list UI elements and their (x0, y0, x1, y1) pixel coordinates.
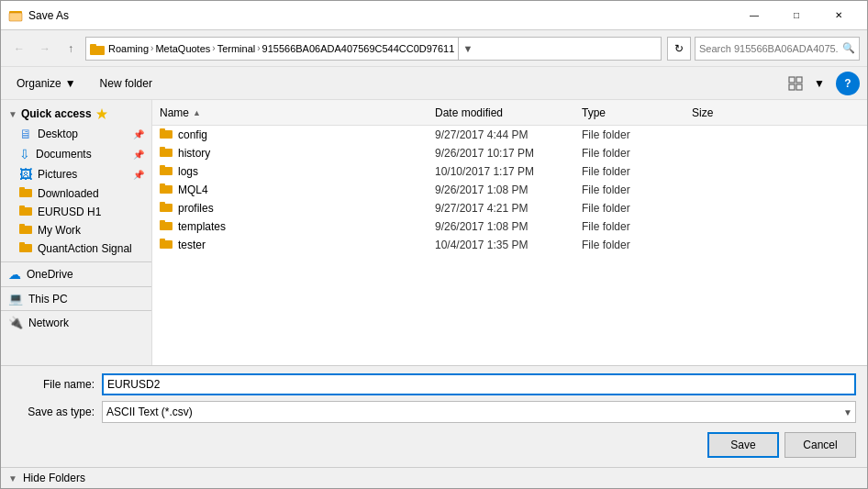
file-type: File folder (582, 239, 692, 251)
desktop-icon: 🖥 (19, 127, 32, 141)
forward-button[interactable]: → (34, 38, 56, 60)
search-icon: 🔍 (842, 42, 855, 54)
table-row[interactable]: config 9/27/2017 4:44 PM File folder (152, 126, 867, 144)
col-header-name[interactable]: Name ▲ (160, 106, 435, 119)
thispc-label: This PC (28, 293, 68, 306)
filetype-row: Save as type: ASCII Text (*.csv) ▼ (12, 401, 856, 423)
pictures-label: Pictures (38, 168, 77, 181)
svg-rect-6 (796, 77, 802, 83)
desktop-label: Desktop (38, 128, 78, 140)
back-button[interactable]: ← (8, 38, 30, 60)
file-type: File folder (582, 165, 692, 178)
file-type: File folder (582, 220, 692, 233)
close-button[interactable]: ✕ (818, 1, 860, 30)
hide-folders-toggle-icon: ▼ (8, 473, 17, 483)
downloaded-label: Downloaded (38, 187, 99, 200)
minimize-button[interactable]: — (733, 1, 775, 30)
file-type: File folder (582, 128, 692, 141)
folder-icon (160, 239, 172, 251)
maximize-button[interactable]: □ (775, 1, 818, 30)
file-name: templates (178, 220, 226, 233)
view-toggle-button[interactable] (785, 72, 807, 94)
col-header-size[interactable]: Size (692, 106, 765, 119)
sidebar-item-downloaded[interactable]: Downloaded (1, 184, 151, 203)
organize-button[interactable]: Organize ▼ (8, 72, 84, 95)
folder-icon (160, 202, 172, 215)
onedrive-icon: ☁ (8, 267, 21, 282)
up-button[interactable]: ↑ (60, 38, 82, 60)
table-row[interactable]: tester 10/4/2017 1:35 PM File folder (152, 236, 867, 254)
new-folder-button[interactable]: New folder (92, 72, 161, 95)
filename-row: File name: (12, 373, 856, 395)
table-row[interactable]: profiles 9/27/2017 4:21 PM File folder (152, 199, 867, 217)
sidebar-item-network[interactable]: 🔌 Network (1, 313, 151, 332)
table-row[interactable]: history 9/26/2017 10:17 PM File folder (152, 144, 867, 162)
crumb-terminal[interactable]: Terminal (217, 43, 256, 54)
filename-input[interactable] (102, 373, 856, 395)
sidebar-item-desktop[interactable]: 🖥 Desktop 📌 (1, 124, 151, 144)
save-as-dialog: Save As — □ ✕ ← → ↑ Roaming › MetaQuotes… (0, 0, 868, 489)
folder-icon (160, 147, 172, 160)
file-type: File folder (582, 147, 692, 160)
sidebar-item-eurusd[interactable]: EURUSD H1 (1, 203, 151, 221)
file-name: config (178, 128, 207, 141)
filetype-label: Save as type: (12, 406, 95, 418)
new-folder-label: New folder (100, 77, 152, 90)
sidebar-item-quantaction[interactable]: QuantAction Signal (1, 239, 151, 258)
search-bar[interactable]: 🔍 (695, 37, 860, 61)
quick-access-label: Quick access (21, 107, 92, 120)
col-date-label: Date modified (435, 106, 503, 119)
file-items-container: config 9/27/2017 4:44 PM File folder his… (152, 126, 867, 365)
filetype-select-wrapper: ASCII Text (*.csv) ▼ (102, 401, 856, 423)
pictures-pin-icon: 📌 (133, 170, 144, 180)
title-bar: Save As — □ ✕ (1, 1, 867, 30)
eurusd-folder-icon (19, 206, 32, 218)
col-header-date[interactable]: Date modified (435, 106, 582, 119)
table-row[interactable]: MQL4 9/26/2017 1:08 PM File folder (152, 181, 867, 199)
svg-rect-1 (9, 13, 22, 21)
search-input[interactable] (699, 43, 839, 54)
folder-icon (160, 220, 172, 233)
file-date: 9/26/2017 1:08 PM (435, 220, 582, 233)
organize-arrow-icon: ▼ (65, 77, 76, 90)
downloaded-folder-icon (19, 187, 32, 200)
folder-icon (160, 128, 172, 141)
nav-toolbar: ← → ↑ Roaming › MetaQuotes › Terminal › … (1, 30, 867, 67)
cancel-button[interactable]: Cancel (785, 432, 856, 458)
col-type-label: Type (582, 106, 606, 119)
address-bar[interactable]: Roaming › MetaQuotes › Terminal › 915566… (85, 37, 662, 61)
svg-rect-8 (796, 84, 802, 90)
refresh-button[interactable]: ↻ (667, 37, 691, 61)
sidebar-item-thispc[interactable]: 💻 This PC (1, 289, 151, 308)
hide-folders-label: Hide Folders (23, 472, 85, 484)
table-row[interactable]: templates 9/26/2017 1:08 PM File folder (152, 217, 867, 236)
network-icon: 🔌 (8, 316, 23, 329)
sidebar-item-mywork[interactable]: My Work (1, 221, 151, 239)
sidebar-item-onedrive[interactable]: ☁ OneDrive (1, 264, 151, 284)
save-button[interactable]: Save (707, 432, 779, 458)
mywork-label: My Work (38, 224, 81, 237)
file-list: Name ▲ Date modified Type Size c (152, 100, 867, 365)
address-dropdown-btn[interactable]: ▼ (458, 37, 476, 61)
crumb-metaquotes[interactable]: MetaQuotes (155, 43, 210, 54)
filetype-select[interactable]: ASCII Text (*.csv) (102, 401, 856, 423)
sidebar: ▼ Quick access 🖥 Desktop 📌 ⇩ Documents 📌 (1, 100, 152, 365)
quick-access-header[interactable]: ▼ Quick access (1, 104, 151, 124)
sort-arrow-icon: ▲ (193, 108, 201, 117)
quantaction-folder-icon (19, 242, 32, 255)
col-header-type[interactable]: Type (582, 106, 692, 119)
sidebar-item-pictures[interactable]: 🖼 Pictures 📌 (1, 164, 151, 184)
help-button[interactable]: ? (836, 72, 860, 95)
table-row[interactable]: logs 10/10/2017 1:17 PM File folder (152, 162, 867, 181)
view-dropdown-button[interactable]: ▼ (808, 72, 830, 94)
quick-access-section: ▼ Quick access 🖥 Desktop 📌 ⇩ Documents 📌 (1, 104, 151, 258)
sidebar-item-documents[interactable]: ⇩ Documents 📌 (1, 144, 151, 164)
crumb-roaming[interactable]: Roaming (108, 43, 149, 54)
file-date: 10/10/2017 1:17 PM (435, 165, 582, 178)
filename-label: File name: (12, 378, 95, 391)
crumb-folder[interactable]: 915566BA06ADA407569C544CC0D97611 (262, 43, 455, 54)
hide-folders-row[interactable]: ▼ Hide Folders (1, 467, 867, 488)
quick-access-star-icon (95, 107, 108, 120)
folder-icon (160, 183, 172, 196)
documents-label: Documents (36, 148, 92, 161)
